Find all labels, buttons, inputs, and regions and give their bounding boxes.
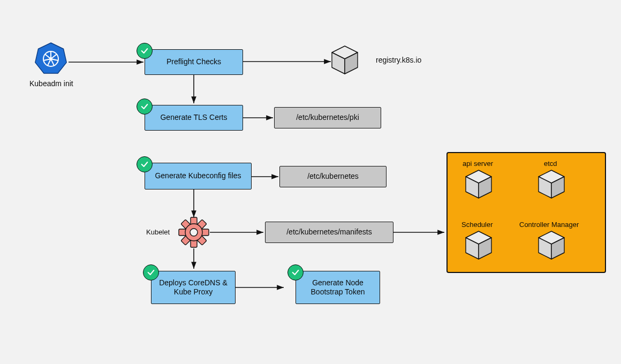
control-plane-panel: [446, 152, 606, 273]
etc-path-box: /etc/kubernetes: [279, 166, 387, 187]
svg-point-14: [43, 51, 58, 66]
svg-line-16: [51, 54, 57, 59]
svg-marker-13: [35, 43, 66, 73]
diagram-canvas: Kubelet Kubeadm init Preflight Checks re…: [0, 0, 621, 364]
tls-box: Generate TLS Certs: [145, 105, 243, 131]
preflight-box: Preflight Checks: [145, 49, 243, 75]
svg-line-17: [51, 59, 58, 60]
manifests-path-box: /etc/kubernetes/manifests: [265, 222, 393, 243]
svg-line-19: [48, 59, 51, 66]
deploys-check-icon: [143, 264, 159, 280]
kubeconfig-label: Generate Kubeconfig files: [155, 171, 241, 181]
pki-path-box: /etc/kubernetes/pki: [274, 107, 381, 128]
tls-check-icon: [137, 98, 153, 115]
kubelet-gear-icon: [179, 217, 209, 247]
etcd-label: etcd: [544, 160, 557, 168]
registry-label: registry.k8s.io: [376, 56, 421, 64]
kubeconfig-box: Generate Kubeconfig files: [145, 163, 252, 189]
svg-point-22: [49, 57, 52, 60]
kubeconfig-check-icon: [137, 156, 153, 172]
pki-path-label: /etc/kubernetes/pki: [296, 113, 359, 123]
etc-path-label: /etc/kubernetes: [307, 172, 359, 181]
preflight-label: Preflight Checks: [166, 57, 221, 67]
manifests-path-label: /etc/kubernetes/manifests: [286, 228, 372, 237]
kubeadm-init-label: Kubeadm init: [29, 79, 73, 88]
svg-line-18: [51, 59, 54, 66]
bootstrap-box: Generate Node Bootstrap Token: [296, 271, 380, 304]
svg-line-20: [43, 59, 51, 60]
scheduler-label: Scheduler: [461, 221, 493, 229]
svg-point-32: [190, 229, 198, 236]
preflight-check-icon: [137, 43, 153, 59]
kubelet-label: Kubelet: [146, 228, 170, 236]
deploys-box: Deploys CoreDNS & Kube Proxy: [151, 271, 236, 304]
bootstrap-label: Generate Node Bootstrap Token: [300, 278, 375, 297]
svg-line-21: [45, 54, 51, 59]
tls-label: Generate TLS Certs: [160, 113, 227, 123]
bootstrap-check-icon: [287, 264, 304, 280]
api-server-label: api server: [463, 160, 493, 168]
deploys-label: Deploys CoreDNS & Kube Proxy: [156, 278, 231, 297]
controller-manager-label: Controller Manager: [519, 221, 579, 229]
